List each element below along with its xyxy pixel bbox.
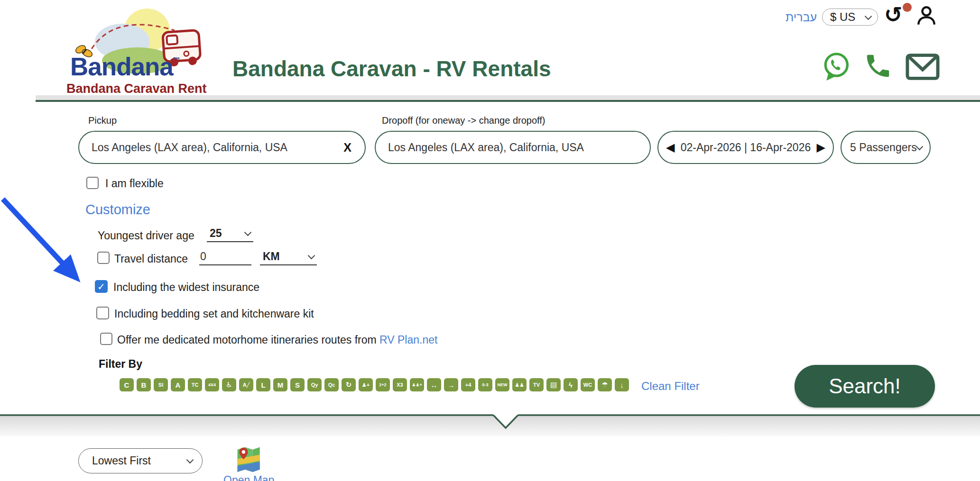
width-icon[interactable]: ↔ (427, 378, 441, 391)
driver-age-value: 25 (210, 227, 222, 240)
driver-age-label: Youngest driver age (98, 229, 194, 242)
phone-icon[interactable] (863, 51, 893, 81)
pickup-label: Pickup (88, 115, 117, 126)
pickup-input[interactable]: Los Angeles (LAX area), California, USA … (78, 131, 366, 164)
whatsapp-icon[interactable] (821, 51, 851, 82)
annotation-arrow (0, 195, 100, 297)
dropoff-value: Los Angeles (LAX area), California, USA (376, 141, 650, 154)
chevron-down-icon (186, 456, 194, 464)
chevron-down-icon (244, 229, 252, 236)
class-b-icon[interactable]: B (137, 378, 151, 391)
truck-camper-icon[interactable]: TC (188, 378, 202, 391)
itineraries-label: Offer me dedicated motorhome itineraries… (117, 334, 437, 346)
dropoff-label: Dropoff (for oneway -> change dropoff) (382, 115, 545, 126)
circle-y-icon[interactable]: Qy (307, 378, 322, 391)
large-rv-icon[interactable]: L (256, 378, 270, 391)
rv-oneway-icon[interactable]: → (444, 378, 458, 391)
travel-distance-input[interactable]: 0 (199, 250, 251, 265)
language-link-hebrew[interactable]: עברית (786, 10, 817, 24)
logo-brand-text: Bandana™ (70, 54, 180, 79)
small-rv-icon[interactable]: S (290, 378, 305, 391)
notification-dot (903, 3, 912, 12)
family-icon[interactable]: ♟♟ (512, 378, 527, 391)
semi-integrated-icon[interactable]: SI (154, 378, 168, 391)
rv-plan-link[interactable]: RV Plan.net (379, 334, 437, 346)
filter-by-label: Filter By (99, 358, 142, 371)
a-frame-icon[interactable]: A╱ (239, 378, 253, 391)
search-button[interactable]: Search! (795, 365, 935, 408)
insurance-checkbox[interactable]: ✓ (95, 280, 108, 293)
flexible-label: I am flexible (105, 177, 164, 190)
new-rv-icon[interactable]: NEW (495, 378, 509, 391)
customize-link[interactable]: Customize (85, 202, 150, 218)
family-plus-icon[interactable]: ♟♟+ (410, 378, 424, 391)
class-a-icon[interactable]: A (171, 378, 185, 391)
prev-date-arrow-icon[interactable]: ◀ (666, 142, 675, 153)
automatic-icon[interactable]: ↻ (342, 378, 356, 391)
logo[interactable]: Bandana™ Bandana Caravan Rent (66, 3, 209, 98)
travel-distance-checkbox[interactable] (97, 252, 110, 264)
currency-select[interactable]: $ US (822, 9, 878, 26)
power-icon[interactable]: ϟ (564, 378, 578, 391)
driver-age-select[interactable]: 25 (207, 227, 253, 242)
passengers-value: 5 Passengers (850, 141, 917, 154)
clear-pickup-button[interactable]: X (343, 141, 365, 154)
flexible-checkbox[interactable] (86, 177, 99, 189)
travel-distance-label: Travel distance (114, 253, 188, 265)
sort-select[interactable]: Lowest First (78, 448, 203, 473)
person-plus-icon[interactable]: ♟+ (359, 378, 373, 391)
history-icon[interactable]: ↺ (884, 4, 908, 26)
chevron-down-icon (916, 143, 924, 150)
next-date-arrow-icon[interactable]: ▶ (817, 142, 825, 153)
date-range-picker[interactable]: ◀ 02-Apr-2026 | 16-Apr-2026 ▶ (657, 131, 834, 164)
shower-icon[interactable]: ☂ (598, 378, 612, 391)
chevron-down-icon (865, 12, 872, 20)
times-three-icon[interactable]: X3 (393, 378, 407, 391)
currency-value: $ US (830, 10, 855, 24)
dropoff-input[interactable]: Los Angeles (LAX area), California, USA (375, 131, 651, 164)
four-by-four-icon[interactable]: 4X4 (205, 378, 219, 391)
map-icon[interactable] (233, 444, 262, 472)
bed-icon[interactable]: ▤ (546, 378, 561, 391)
wc-icon[interactable]: WC (581, 378, 595, 391)
sort-value: Lowest First (92, 454, 151, 467)
circle-c-icon[interactable]: Qc (324, 378, 339, 391)
bedding-label: Including bedding set and kitchenware ki… (114, 308, 314, 320)
trademark-symbol: ™ (173, 55, 180, 64)
rv-dump-icon[interactable]: ↓ (615, 378, 629, 391)
chevron-down-icon (308, 252, 315, 260)
check-icon: ✓ (97, 281, 105, 292)
email-icon[interactable] (905, 53, 940, 81)
medium-rv-icon[interactable]: M (273, 378, 287, 391)
travel-distance-unit: KM (263, 250, 280, 263)
wheelchair-accessible-icon[interactable]: ♿ (222, 378, 236, 391)
bandana-rv-rentals-page: Bandana™ Bandana Caravan Rent Bandana Ca… (0, 0, 980, 481)
filter-icons: CBSIATC4X4♿A╱LMSQyQc↻♟+2+2X3♟♟+↔→+40-3NE… (120, 378, 629, 391)
itineraries-checkbox[interactable] (100, 333, 112, 345)
seats-2-plus-2-icon[interactable]: 2+2 (376, 378, 390, 391)
travel-distance-unit-select[interactable]: KM (260, 250, 317, 265)
page-title: Bandana Caravan - RV Rentals (232, 56, 551, 82)
rv-zero-three-icon[interactable]: 0-3 (478, 378, 492, 391)
passengers-select[interactable]: 5 Passengers (841, 131, 931, 164)
header-divider (36, 95, 980, 102)
pickup-value: Los Angeles (LAX area), California, USA (79, 141, 343, 154)
bedding-checkbox[interactable] (96, 307, 109, 319)
open-map-link[interactable]: Open Map (223, 474, 274, 481)
clean-filter-link[interactable]: Clean Filter (641, 380, 700, 393)
class-c-icon[interactable]: C (120, 378, 134, 391)
rv-plus-four-icon[interactable]: +4 (461, 378, 475, 391)
date-range-value: 02-Apr-2026 | 16-Apr-2026 (681, 141, 811, 154)
tv-icon[interactable]: TV (529, 378, 544, 391)
account-icon[interactable] (915, 4, 938, 27)
section-divider-notch (0, 414, 980, 433)
insurance-label: Including the widest insurance (113, 281, 259, 294)
logo-caption: Bandana Caravan Rent (66, 82, 207, 96)
